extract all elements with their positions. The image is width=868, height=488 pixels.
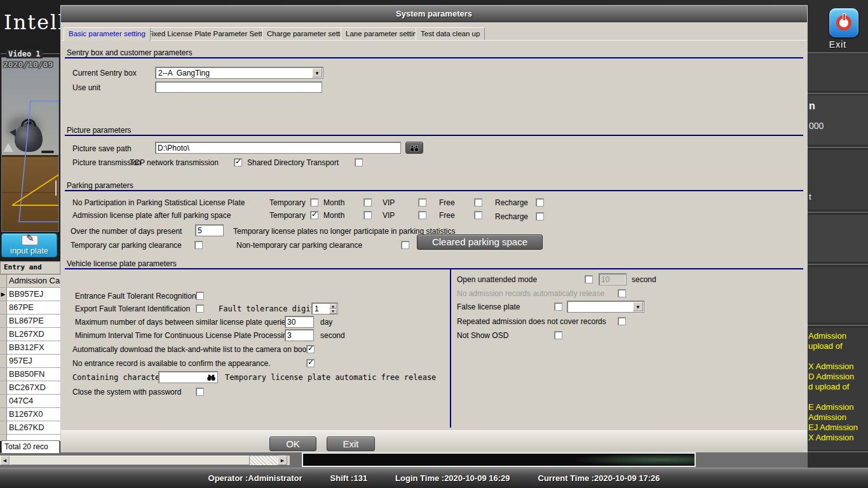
exit-app-button[interactable] bbox=[829, 8, 858, 37]
no-participation-label: No Participation in Parking Statistical … bbox=[72, 198, 245, 207]
group-line bbox=[65, 190, 803, 191]
tab-entry-and-exit[interactable]: Entry and exit bbox=[0, 261, 60, 274]
row1-vip-checkbox[interactable] bbox=[418, 198, 426, 207]
unattended-seconds-unit: second bbox=[632, 275, 656, 284]
cleared-parking-space-button[interactable]: Cleared parking space bbox=[417, 234, 543, 250]
right-panel-separator bbox=[808, 451, 868, 452]
grid-row[interactable]: 957EJ bbox=[0, 355, 60, 368]
grid-row[interactable]: B1267X0 bbox=[0, 408, 60, 421]
close-with-password-checkbox[interactable] bbox=[196, 388, 204, 396]
bottom-video-content bbox=[576, 454, 696, 466]
row1-temporary-checkbox[interactable] bbox=[310, 198, 318, 207]
group-title-sentry: Sentry box and customer parameters bbox=[65, 48, 194, 57]
plate-grid: Admission Ca ▶ BB957EJ 867PE BL867PE BL2… bbox=[0, 274, 60, 441]
row1-month-checkbox[interactable] bbox=[363, 198, 372, 207]
input-plate-button[interactable]: ✎ input plate bbox=[1, 233, 57, 257]
row2-month-checkbox[interactable] bbox=[363, 211, 372, 219]
containing-characters-input[interactable] bbox=[158, 371, 218, 383]
entrance-ft-checkbox[interactable] bbox=[196, 292, 204, 300]
not-show-osd-checkbox[interactable] bbox=[554, 331, 562, 339]
vehicle-group-divider bbox=[450, 268, 451, 428]
grid-row[interactable]: BL267XD bbox=[0, 328, 60, 341]
auto-download-label: Automatically download the black-and-whi… bbox=[72, 345, 309, 354]
max-days-label: Maximum number of days between similar l… bbox=[75, 318, 289, 327]
plate-cell: BB850FN bbox=[9, 369, 44, 379]
tab-lane-parameter[interactable]: Lane parameter setting bbox=[341, 27, 426, 40]
row2-recharge-checkbox[interactable] bbox=[536, 212, 544, 220]
chevron-down-icon[interactable]: ▼ bbox=[312, 68, 322, 78]
row2-temporary-checkbox[interactable] bbox=[310, 211, 318, 219]
system-parameters-dialog: System parameters Basic parameter settin… bbox=[60, 5, 808, 452]
no-admission-release-checkbox[interactable] bbox=[618, 289, 626, 297]
binoculars-icon[interactable] bbox=[207, 374, 216, 381]
nontemp-clearance-checkbox[interactable] bbox=[401, 241, 409, 249]
screen: Intell Video 1 2020/10/09 bbox=[0, 0, 868, 488]
tab-basic-parameter-setting[interactable]: Basic parameter setting bbox=[64, 27, 151, 41]
use-unit-input[interactable] bbox=[155, 81, 322, 93]
unattended-mode-checkbox[interactable] bbox=[585, 275, 593, 283]
browse-path-button[interactable] bbox=[405, 142, 423, 154]
spin-up-icon[interactable]: ▲ bbox=[329, 304, 337, 309]
false-license-plate-checkbox[interactable] bbox=[554, 302, 562, 311]
max-days-input[interactable] bbox=[285, 316, 314, 328]
false-license-plate-label: False license plate bbox=[457, 302, 520, 311]
grid-row[interactable]: 867PE bbox=[0, 301, 60, 315]
category-label-free: Free bbox=[439, 211, 455, 220]
scroll-right-button[interactable]: ▶ bbox=[278, 456, 287, 465]
grid-row[interactable]: BL267KD bbox=[0, 421, 60, 435]
min-interval-input[interactable] bbox=[285, 329, 314, 341]
tab-test-data-clean-up[interactable]: Test data clean up bbox=[416, 27, 485, 40]
ok-button[interactable]: OK bbox=[269, 437, 316, 451]
use-unit-label: Use unit bbox=[72, 83, 100, 92]
horizontal-scrollbar[interactable]: ◀ ▶ bbox=[0, 456, 290, 465]
export-ft-label: Export Fault Tolerant Identification bbox=[75, 304, 190, 313]
grid-row[interactable]: ▶ BB957EJ bbox=[0, 288, 60, 301]
temp-clearance-checkbox[interactable] bbox=[194, 241, 203, 249]
tab-fixed-license-plate[interactable]: Fixed License Plate Parameter Setting bbox=[142, 27, 277, 40]
nontemp-clearance-label: Non-temporary car parking clearance bbox=[236, 241, 362, 250]
repeated-admission-checkbox[interactable] bbox=[618, 317, 626, 325]
over-days-input[interactable] bbox=[195, 224, 224, 236]
scroll-left-button[interactable]: ◀ bbox=[0, 456, 10, 465]
plate-cell: 047C4 bbox=[9, 396, 33, 405]
grid-row[interactable]: 047C4 bbox=[0, 395, 60, 408]
category-label-temporary: Temporary bbox=[269, 198, 306, 207]
picture-save-path-input[interactable] bbox=[155, 142, 401, 154]
export-ft-checkbox[interactable] bbox=[196, 304, 204, 313]
total-records-box: Total 20 reco bbox=[1, 440, 60, 454]
not-show-osd-label: Not Show OSD bbox=[457, 331, 508, 340]
group-title-parking: Parking parameters bbox=[65, 181, 135, 190]
grid-row[interactable]: BC267XD bbox=[0, 381, 60, 395]
scrollbar-thumb[interactable] bbox=[10, 456, 250, 465]
fault-digit-spinner[interactable]: 1 ▲ ▼ bbox=[311, 302, 338, 315]
grid-row[interactable]: BB312FX bbox=[0, 341, 60, 355]
tcp-transmission-label: TCP network transmission bbox=[130, 158, 219, 167]
row2-vip-checkbox[interactable] bbox=[418, 211, 426, 219]
row-indicator bbox=[0, 301, 7, 314]
input-plate-label: input plate bbox=[2, 246, 57, 255]
dialog-titlebar[interactable]: System parameters bbox=[61, 6, 807, 22]
tcp-transmission-checkbox[interactable] bbox=[234, 158, 242, 166]
status-shift: Shift :131 bbox=[330, 473, 368, 483]
row-indicator bbox=[0, 368, 7, 381]
grid-row[interactable]: BB850FN bbox=[0, 368, 60, 381]
current-sentry-combobox[interactable]: 2--A GangTing ▼ bbox=[155, 67, 323, 79]
false-license-plate-combobox[interactable]: ▼ bbox=[567, 301, 644, 313]
spin-down-icon[interactable]: ▼ bbox=[329, 309, 337, 314]
scrollbar-track[interactable] bbox=[250, 456, 278, 465]
dialog-exit-button[interactable]: Exit bbox=[327, 437, 375, 451]
unattended-mode-label: Open unattended mode bbox=[457, 275, 537, 284]
no-entrance-record-checkbox[interactable] bbox=[306, 359, 315, 367]
right-panel-separator bbox=[808, 52, 868, 53]
current-row-pointer-icon: ▶ bbox=[0, 288, 7, 301]
auto-download-checkbox[interactable] bbox=[306, 345, 315, 353]
chevron-down-icon[interactable]: ▼ bbox=[633, 302, 643, 311]
grid-row[interactable]: BL867PE bbox=[0, 315, 60, 328]
row1-recharge-checkbox[interactable] bbox=[536, 198, 544, 207]
row2-free-checkbox[interactable] bbox=[474, 211, 482, 219]
row1-free-checkbox[interactable] bbox=[474, 198, 482, 207]
shared-directory-checkbox[interactable] bbox=[355, 158, 363, 166]
no-admission-release-label: No admission records automatically relea… bbox=[457, 289, 604, 298]
log-line: X Admission bbox=[808, 362, 868, 372]
binoculars-icon bbox=[409, 144, 419, 152]
